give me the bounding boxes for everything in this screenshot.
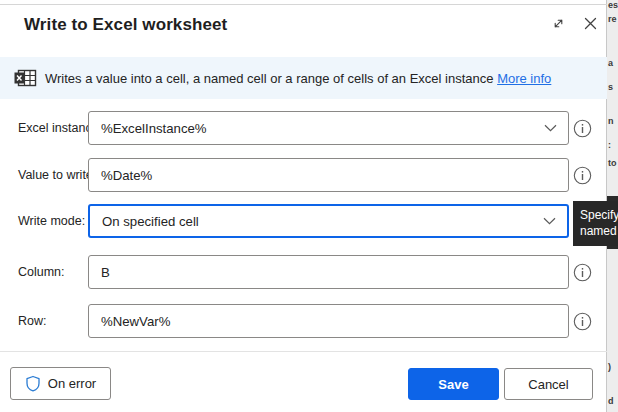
action-description-band: Writes a value into a cell, a named cell… (0, 57, 607, 99)
excel-instance-value: %ExcelInstance% (89, 121, 544, 136)
background-app-fragment: s (608, 82, 613, 92)
background-app-fragment: a (608, 58, 613, 68)
close-button[interactable] (577, 10, 603, 36)
expand-diagonal-icon (551, 16, 566, 31)
row-info-icon[interactable] (573, 312, 592, 331)
chevron-down-icon (543, 217, 556, 225)
cancel-button[interactable]: Cancel (504, 368, 593, 400)
tooltip-line-1: Specify (580, 207, 618, 223)
save-button[interactable]: Save (408, 368, 499, 400)
more-info-link[interactable]: More info (497, 71, 551, 86)
chevron-down-icon (544, 124, 557, 132)
shield-icon (25, 375, 41, 392)
write-mode-tooltip: Specify named (573, 201, 618, 246)
on-error-label: On error (48, 376, 96, 391)
column-info-icon[interactable] (573, 263, 592, 282)
description-sentence: Writes a value into a cell, a named cell… (45, 71, 494, 86)
background-app-fragment: d (608, 396, 614, 406)
write-to-excel-dialog: Write to Excel worksheet Writes a value … (0, 0, 607, 412)
dialog-title: Write to Excel worksheet (24, 15, 227, 35)
column-input[interactable] (88, 255, 569, 289)
dialog-top-border (0, 4, 607, 5)
background-app-fragment: to (608, 158, 617, 168)
background-app-fragment: n (608, 116, 614, 126)
on-error-button[interactable]: On error (10, 367, 111, 400)
background-app-fragment: es (608, 0, 618, 10)
background-app-fragment: re (608, 14, 617, 24)
background-app-fragment: ) (608, 362, 611, 372)
expand-dialog-button[interactable] (545, 10, 571, 36)
value-to-write-info-icon[interactable] (573, 166, 592, 185)
value-to-write-input[interactable] (88, 158, 569, 192)
footer-divider (0, 351, 607, 352)
tooltip-line-2: named (580, 223, 618, 239)
column-label: Column: (18, 255, 65, 289)
close-icon (583, 16, 598, 31)
excel-instance-info-icon[interactable] (573, 119, 592, 138)
row-label: Row: (18, 304, 46, 338)
background-app-fragment: : (608, 140, 611, 150)
row-input[interactable] (88, 304, 569, 338)
write-mode-label: Write mode: (18, 204, 85, 238)
value-to-write-label: Value to write: (18, 158, 96, 192)
write-mode-combobox[interactable]: On specified cell (88, 204, 569, 238)
action-description-text: Writes a value into a cell, a named cell… (45, 71, 551, 86)
excel-instance-combobox[interactable]: %ExcelInstance% (88, 111, 569, 145)
excel-worksheet-icon (14, 69, 37, 87)
write-mode-value: On specified cell (90, 214, 543, 229)
